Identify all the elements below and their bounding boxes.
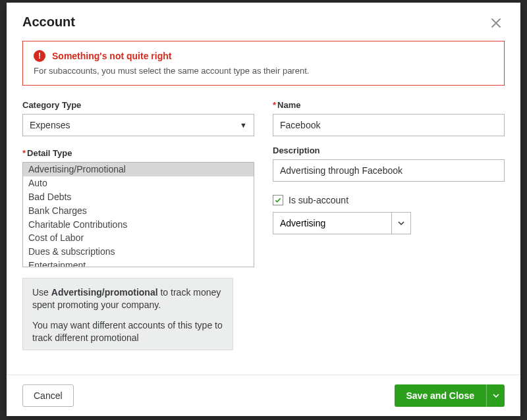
help-bold: Advertising/promotional [51,287,158,298]
save-and-close-button[interactable]: Save and Close [395,384,487,407]
error-alert: ! Something's not quite right For subacc… [22,41,505,86]
name-input[interactable] [273,114,505,136]
description-label: Description [273,145,505,155]
save-dropdown-button[interactable] [486,384,505,407]
list-item[interactable]: Charitable Contributions [23,218,254,232]
category-type-select[interactable]: Expenses ▼ [22,114,254,136]
help-text: You may want different accounts of this … [32,319,223,344]
list-item[interactable]: Cost of Labor [23,231,254,245]
parent-account-value: Advertising [273,212,391,234]
category-type-value: Expenses [30,120,70,130]
list-item[interactable]: Bank Charges [23,204,254,218]
modal-body-scroll[interactable]: ! Something's not quite right For subacc… [7,41,520,375]
detail-type-label: Detail Type [22,148,254,158]
category-type-label: Category Type [22,100,254,110]
error-title: Something's not quite right [52,51,171,61]
account-modal: Account ! Something's not quite right Fo… [7,3,520,416]
list-item[interactable]: Entertainment [23,259,254,267]
error-icon: ! [34,50,45,62]
description-input[interactable] [273,159,505,182]
is-subaccount-label: Is sub-account [289,195,348,205]
parent-account-select[interactable]: Advertising [273,212,411,234]
list-item[interactable]: Advertising/Promotional [23,163,254,176]
list-item[interactable]: Dues & subscriptions [23,245,254,259]
error-message: For subaccounts, you must select the sam… [34,66,493,76]
modal-footer: Cancel Save and Close [7,375,520,416]
detail-type-help[interactable]: Use Advertising/promotional to track mon… [22,278,233,350]
name-label: Name [273,100,505,110]
close-icon[interactable] [487,14,505,34]
list-item[interactable]: Bad Debts [23,190,254,204]
chevron-down-icon[interactable] [391,212,411,234]
list-item[interactable]: Auto [23,176,254,190]
chevron-down-icon: ▼ [240,121,247,129]
help-text: Use [32,287,51,298]
detail-type-listbox[interactable]: Advertising/PromotionalAutoBad DebtsBank… [22,162,254,267]
modal-title: Account [22,14,75,30]
is-subaccount-checkbox[interactable] [273,195,283,205]
cancel-button[interactable]: Cancel [22,384,74,407]
modal-header: Account [7,3,520,41]
